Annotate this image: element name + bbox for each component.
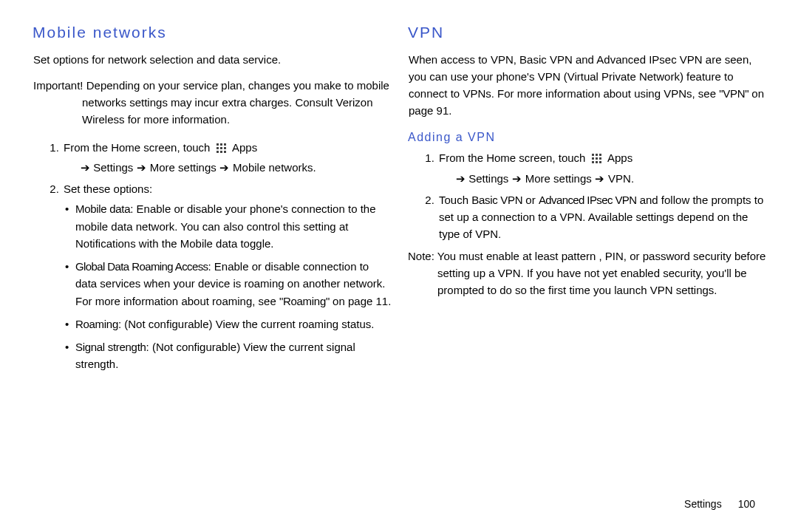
svg-rect-2 <box>224 143 226 146</box>
footer-page-number: 100 <box>738 498 755 510</box>
arrow-icon: ➔ <box>137 159 147 176</box>
svg-rect-3 <box>216 147 219 149</box>
svg-rect-11 <box>599 154 601 156</box>
important-body: Depending on your service plan, changes … <box>82 79 389 126</box>
vpn-step1-a: From the Home screen, touch <box>439 151 585 164</box>
svg-rect-1 <box>220 143 222 146</box>
vpn-intro: When access to VPN, Basic VPN and Advanc… <box>409 51 768 120</box>
heading-adding-vpn: Adding a VPN <box>408 129 768 147</box>
path-vpn: VPN. <box>608 172 634 185</box>
left-column: Mobile networks Set options for network … <box>33 21 400 379</box>
svg-rect-0 <box>216 143 219 146</box>
vpn-step2-a: Touch <box>439 194 471 206</box>
footer-section: Settings <box>684 498 722 510</box>
svg-rect-17 <box>599 161 601 163</box>
option-mobile-data: Mobile data: Enable or disable your phon… <box>75 200 393 252</box>
svg-rect-16 <box>596 161 598 163</box>
option-signal-strength: Signal strength: (Not configurable) View… <box>75 338 393 373</box>
path-more-settings: More settings <box>525 172 592 185</box>
svg-rect-13 <box>596 157 598 160</box>
svg-rect-9 <box>592 154 594 156</box>
step1-text-b: Apps <box>232 141 257 154</box>
note-body: You must enable at least pattern , PIN, … <box>437 250 766 297</box>
svg-rect-4 <box>220 147 222 149</box>
page-body: Mobile networks Set options for network … <box>0 0 798 379</box>
options-list: Mobile data: Enable or disable your phon… <box>33 200 393 372</box>
vpn-step-2: Touch Basic VPN or Advanced IPsec VPN an… <box>437 191 768 243</box>
vpn-intro-a: When access to VPN, Basic VPN and Advanc… <box>409 53 751 100</box>
option-body: : (Not configurable) View the current ro… <box>118 318 375 330</box>
svg-rect-7 <box>220 151 222 153</box>
option-label: Mobile data <box>75 202 130 215</box>
svg-rect-14 <box>599 157 601 160</box>
path-settings: Settings <box>468 172 508 185</box>
mobile-networks-intro: Set options for network selection and da… <box>33 51 393 68</box>
page-footer: Settings100 <box>684 497 755 513</box>
nav-path: ➔ Settings ➔ More settings ➔ Mobile netw… <box>80 159 393 176</box>
roaming-ref: "Roaming" <box>279 295 330 307</box>
step-1: From the Home screen, touch Apps ➔ Setti… <box>62 139 393 177</box>
svg-rect-10 <box>596 154 598 156</box>
right-column: VPN When access to VPN, Basic VPN and Ad… <box>400 21 768 379</box>
arrow-icon: ➔ <box>219 159 230 176</box>
arrow-icon: ➔ <box>512 170 522 187</box>
arrow-icon: ➔ <box>455 170 466 187</box>
apps-icon <box>591 153 603 165</box>
step2-text: Set these options: <box>64 183 152 195</box>
vpn-step1-b: Apps <box>607 151 632 164</box>
heading-vpn: VPN <box>408 21 768 45</box>
vpn-step2-mid: or <box>522 194 539 206</box>
svg-rect-5 <box>224 147 226 149</box>
vpn-nav-path: ➔ Settings ➔ More settings ➔ VPN. <box>455 170 768 187</box>
svg-rect-8 <box>224 151 226 153</box>
arrow-icon: ➔ <box>595 170 605 187</box>
path-settings: Settings <box>93 161 133 174</box>
option-label: Signal strength <box>75 341 146 353</box>
basic-vpn-label: Basic VPN <box>471 194 522 206</box>
option-global-roaming: Global Data Roaming Access: Enable or di… <box>75 258 393 310</box>
vpn-steps: From the Home screen, touch Apps ➔ Setti… <box>408 149 768 242</box>
vpn-step-1: From the Home screen, touch Apps ➔ Setti… <box>437 149 768 187</box>
svg-rect-15 <box>592 161 594 163</box>
step-2: Set these options: <box>62 180 393 197</box>
important-label: Important! <box>33 79 83 92</box>
mobile-networks-steps: From the Home screen, touch Apps ➔ Setti… <box>33 139 393 198</box>
option-label: Global Data Roaming Access <box>75 260 208 273</box>
note-label: Note: <box>408 250 434 262</box>
heading-mobile-networks: Mobile networks <box>33 21 393 45</box>
vpn-ref: "VPN" <box>719 87 748 100</box>
apps-icon <box>216 143 228 154</box>
path-more-settings: More settings <box>150 161 216 174</box>
option-label: Roaming <box>75 318 118 330</box>
adv-vpn-label: Advanced IPsec VPN <box>539 194 637 206</box>
path-mobile-networks: Mobile networks. <box>233 161 316 174</box>
important-note: Important! Depending on your service pla… <box>33 77 393 129</box>
arrow-icon: ➔ <box>80 159 90 176</box>
step1-text-a: From the Home screen, touch <box>64 141 210 154</box>
svg-rect-6 <box>216 151 219 153</box>
option-body-b: on page 11. <box>330 295 391 307</box>
option-roaming: Roaming: (Not configurable) View the cur… <box>75 316 393 332</box>
vpn-note: Note: You must enable at least pattern ,… <box>408 248 768 299</box>
svg-rect-12 <box>592 157 594 160</box>
